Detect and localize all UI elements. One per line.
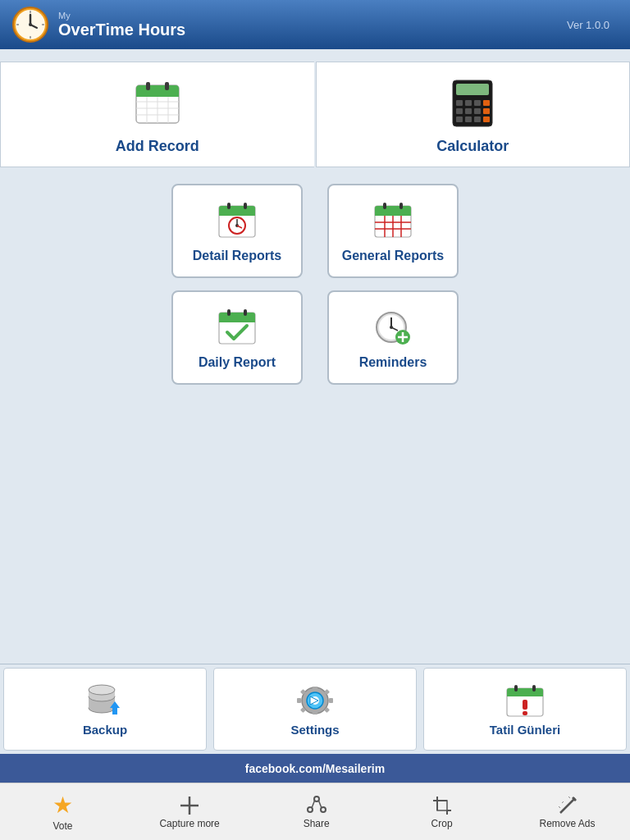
calculator-button[interactable]: Calculator [316, 62, 631, 167]
share-label: Share [304, 818, 330, 829]
svg-rect-56 [227, 309, 231, 316]
svg-rect-25 [483, 100, 490, 106]
settings-label: Settings [290, 723, 339, 737]
svg-rect-33 [483, 116, 490, 122]
wand-icon [557, 795, 578, 816]
svg-rect-37 [227, 203, 231, 209]
svg-line-103 [560, 798, 575, 813]
svg-rect-36 [219, 211, 255, 216]
bottom-toolbar: ★ Vote Capture more Share Crop [0, 783, 630, 840]
svg-rect-38 [244, 203, 247, 209]
svg-rect-46 [383, 203, 386, 209]
mid-row-2: Daily Report Reminders [171, 290, 459, 385]
svg-rect-23 [465, 100, 472, 106]
header-version: Ver 1.0.0 [567, 19, 609, 31]
facebook-bar[interactable]: facebook.com/Mesailerim [0, 754, 630, 783]
svg-rect-24 [474, 100, 481, 106]
svg-rect-88 [532, 685, 536, 692]
settings-icon [294, 683, 336, 718]
svg-point-93 [314, 797, 319, 801]
tatil-gunleri-icon [504, 683, 546, 718]
add-record-icon [131, 77, 184, 130]
svg-rect-31 [465, 116, 472, 122]
vote-label: Vote [52, 820, 72, 832]
header-title-block: My OverTime Hours [58, 11, 185, 39]
daily-report-label: Daily Report [199, 355, 276, 370]
mid-section: Detail Reports General Reports [0, 176, 630, 393]
mid-row-1: Detail Reports General Reports [171, 184, 459, 278]
daily-report-button[interactable]: Daily Report [171, 290, 303, 385]
reminders-icon [372, 306, 414, 349]
svg-rect-57 [244, 309, 247, 316]
svg-rect-100 [437, 801, 447, 810]
svg-rect-27 [465, 108, 472, 114]
detail-reports-label: Detail Reports [193, 249, 281, 263]
backup-icon [84, 683, 126, 718]
svg-rect-22 [456, 100, 463, 106]
remove-ads-label: Remove Ads [539, 818, 595, 829]
bottom-apps-row: Backup Settings [0, 664, 630, 754]
svg-rect-45 [375, 211, 411, 216]
crop-label: Crop [431, 818, 453, 829]
share-button[interactable]: Share [288, 795, 345, 829]
svg-rect-90 [523, 711, 527, 715]
svg-rect-55 [219, 317, 255, 322]
general-reports-button[interactable]: General Reports [327, 184, 459, 278]
svg-rect-76 [313, 710, 317, 714]
svg-line-107 [559, 806, 560, 808]
crop-button[interactable]: Crop [413, 795, 471, 829]
capture-more-button[interactable]: Capture more [159, 795, 219, 829]
facebook-text: facebook.com/Mesailerim [245, 762, 385, 775]
add-record-button[interactable]: Add Record [0, 62, 314, 167]
app-logo-icon [12, 7, 48, 43]
top-row: Add Record Calculato [0, 62, 630, 167]
svg-rect-77 [297, 698, 301, 703]
svg-rect-75 [313, 687, 317, 691]
app-header: My OverTime Hours Ver 1.0.0 [0, 0, 630, 49]
detail-reports-icon [216, 199, 258, 242]
capture-icon [179, 795, 200, 816]
svg-line-97 [318, 801, 322, 808]
svg-rect-78 [329, 698, 333, 703]
share-icon [306, 795, 327, 816]
reminders-button[interactable]: Reminders [327, 290, 459, 385]
svg-rect-29 [483, 108, 490, 114]
add-record-label: Add Record [116, 138, 199, 155]
svg-rect-89 [523, 700, 527, 710]
capture-more-label: Capture more [159, 818, 219, 829]
star-icon: ★ [52, 792, 73, 819]
svg-point-70 [89, 685, 115, 695]
svg-rect-30 [456, 116, 463, 122]
main-content: Add Record Calculato [0, 49, 630, 754]
general-reports-label: General Reports [342, 249, 444, 263]
svg-rect-28 [474, 108, 481, 114]
svg-rect-32 [474, 116, 481, 122]
crop-icon [431, 795, 453, 816]
settings-button[interactable]: Settings [213, 668, 417, 751]
svg-rect-13 [165, 82, 169, 90]
svg-rect-21 [456, 84, 489, 95]
svg-line-105 [562, 801, 564, 803]
svg-rect-87 [514, 685, 518, 692]
detail-reports-button[interactable]: Detail Reports [171, 184, 303, 278]
vote-button[interactable]: ★ Vote [34, 792, 91, 832]
calculator-icon [446, 77, 499, 130]
header-title: OverTime Hours [58, 21, 185, 39]
calculator-label: Calculator [436, 138, 509, 155]
svg-rect-26 [456, 108, 463, 114]
tatil-gunleri-button[interactable]: Tatil Günleri [423, 668, 627, 751]
svg-rect-86 [507, 693, 543, 696]
svg-rect-47 [399, 203, 403, 209]
svg-line-106 [568, 797, 570, 798]
backup-label: Backup [83, 723, 127, 737]
remove-ads-button[interactable]: Remove Ads [539, 795, 596, 829]
svg-rect-11 [136, 92, 179, 97]
svg-line-96 [312, 801, 315, 808]
general-reports-icon [372, 199, 414, 242]
daily-report-icon [216, 306, 258, 349]
svg-rect-12 [146, 82, 150, 90]
backup-button[interactable]: Backup [3, 668, 207, 751]
reminders-label: Reminders [359, 355, 427, 370]
header-subtitle: My [58, 11, 185, 21]
tatil-gunleri-label: Tatil Günleri [490, 723, 560, 737]
